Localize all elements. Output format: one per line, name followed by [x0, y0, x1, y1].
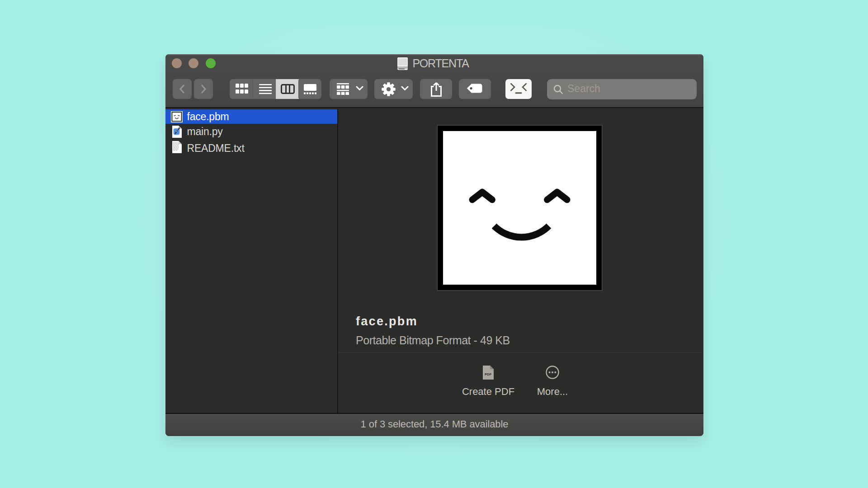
svg-text:PDF: PDF [485, 372, 491, 376]
